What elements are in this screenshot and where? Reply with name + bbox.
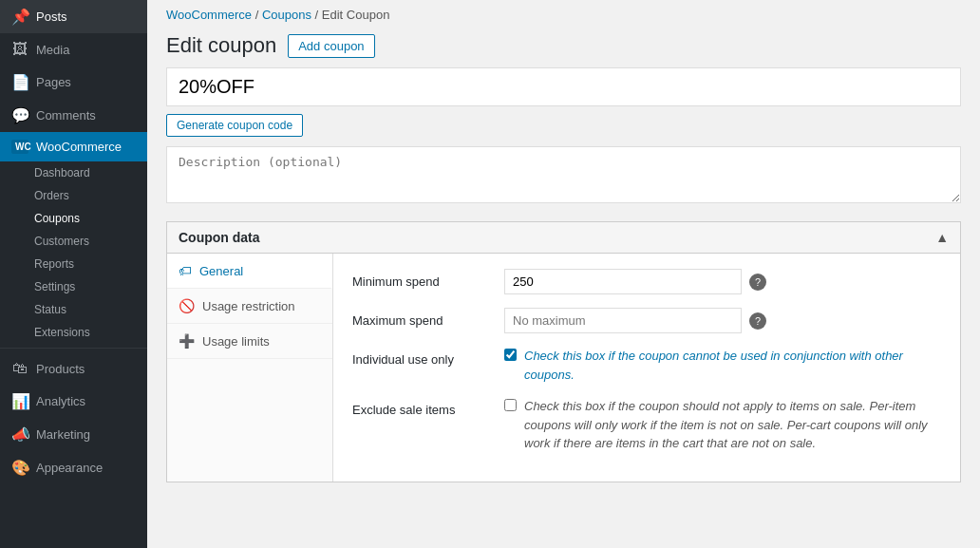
sidebar-sub-dashboard[interactable]: Dashboard bbox=[0, 161, 147, 184]
woocommerce-icon: WC bbox=[11, 140, 28, 154]
sidebar-item-label: Marketing bbox=[36, 427, 90, 442]
sidebar-sub-orders[interactable]: Orders bbox=[0, 184, 147, 207]
sidebar-item-appearance[interactable]: 🎨 Appearance bbox=[0, 451, 147, 484]
coupon-data-section: Coupon data ▲ 🏷 General 🚫 Usage restrict… bbox=[166, 221, 961, 482]
sidebar-item-label: Products bbox=[36, 362, 85, 376]
exclude-sale-control: Check this box if the coupon should not … bbox=[504, 397, 941, 453]
analytics-icon: 📊 bbox=[11, 392, 28, 410]
appearance-icon: 🎨 bbox=[11, 459, 28, 477]
tab-usage-restriction[interactable]: 🚫 Usage restriction bbox=[167, 289, 332, 324]
tab-general[interactable]: 🏷 General bbox=[167, 254, 332, 289]
individual-use-checkbox-row: Check this box if the coupon cannot be u… bbox=[504, 347, 941, 384]
individual-use-checkbox[interactable] bbox=[504, 349, 517, 361]
field-row-exclude-sale: Exclude sale items Check this box if the… bbox=[352, 397, 941, 453]
sidebar-item-analytics[interactable]: 📊 Analytics bbox=[0, 385, 147, 418]
minimum-spend-input[interactable] bbox=[504, 269, 742, 294]
coupon-tabs: 🏷 General 🚫 Usage restriction ➕ Usage li… bbox=[167, 254, 333, 482]
sidebar-sub-coupons[interactable]: Coupons bbox=[0, 207, 147, 230]
breadcrumb-current: Edit Coupon bbox=[322, 8, 390, 22]
coupon-data-title: Coupon data bbox=[179, 230, 260, 245]
general-tab-icon: 🏷 bbox=[179, 263, 192, 278]
usage-limits-tab-icon: ➕ bbox=[179, 333, 195, 349]
products-icon: 🛍 bbox=[11, 360, 28, 377]
minimum-spend-label: Minimum spend bbox=[352, 269, 504, 289]
sidebar-item-posts[interactable]: 📌 Posts bbox=[0, 0, 147, 33]
media-icon: 🖼 bbox=[11, 41, 28, 58]
maximum-spend-input[interactable] bbox=[504, 308, 742, 333]
sidebar-item-media[interactable]: 🖼 Media bbox=[0, 33, 147, 66]
pages-icon: 📄 bbox=[11, 73, 28, 91]
collapse-arrow-icon: ▲ bbox=[935, 230, 949, 245]
tab-usage-limits-label: Usage limits bbox=[202, 334, 270, 349]
exclude-sale-checkbox-row: Check this box if the coupon should not … bbox=[504, 397, 941, 453]
tab-usage-restriction-label: Usage restriction bbox=[202, 299, 295, 313]
tab-general-label: General bbox=[199, 264, 243, 278]
tab-content-general: Minimum spend ? Maximum spend ? bbox=[333, 254, 960, 482]
breadcrumb-coupons-link[interactable]: Coupons bbox=[262, 8, 311, 22]
add-coupon-button[interactable]: Add coupon bbox=[288, 34, 374, 58]
sidebar-item-woocommerce[interactable]: WC WooCommerce bbox=[0, 132, 147, 161]
sidebar-sub-extensions[interactable]: Extensions bbox=[0, 321, 147, 344]
field-row-individual-use: Individual use only Check this box if th… bbox=[352, 347, 941, 384]
sidebar-item-label: Comments bbox=[36, 108, 96, 123]
sidebar-sub-customers[interactable]: Customers bbox=[0, 230, 147, 253]
individual-use-control: Check this box if the coupon cannot be u… bbox=[504, 347, 941, 384]
generate-coupon-button[interactable]: Generate coupon code bbox=[166, 114, 303, 137]
breadcrumb: WooCommerce / Coupons / Edit Coupon bbox=[147, 0, 980, 29]
sidebar-sub-status[interactable]: Status bbox=[0, 298, 147, 321]
coupon-data-body: 🏷 General 🚫 Usage restriction ➕ Usage li… bbox=[167, 254, 960, 482]
sidebar-sub-settings[interactable]: Settings bbox=[0, 275, 147, 298]
description-textarea[interactable] bbox=[166, 146, 961, 203]
minimum-spend-control: ? bbox=[504, 269, 941, 294]
sidebar-item-label: WooCommerce bbox=[36, 140, 122, 154]
sidebar: 📌 Posts 🖼 Media 📄 Pages 💬 Comments WC Wo… bbox=[0, 0, 147, 548]
individual-use-label: Individual use only bbox=[352, 347, 504, 367]
sidebar-item-label: Posts bbox=[36, 9, 67, 24]
exclude-sale-checkbox[interactable] bbox=[504, 399, 517, 411]
main-content: WooCommerce / Coupons / Edit Coupon Edit… bbox=[147, 0, 980, 548]
sidebar-item-label: Analytics bbox=[36, 394, 85, 408]
tab-usage-limits[interactable]: ➕ Usage limits bbox=[167, 324, 332, 359]
field-row-maximum-spend: Maximum spend ? bbox=[352, 308, 941, 333]
exclude-sale-description: Check this box if the coupon should not … bbox=[524, 397, 941, 453]
minimum-spend-help-icon[interactable]: ? bbox=[749, 274, 766, 291]
individual-use-description: Check this box if the coupon cannot be u… bbox=[524, 347, 941, 384]
sidebar-item-label: Pages bbox=[36, 75, 71, 89]
sidebar-item-products[interactable]: 🛍 Products bbox=[0, 352, 147, 385]
coupon-code-input[interactable] bbox=[166, 67, 961, 106]
maximum-spend-control: ? bbox=[504, 308, 941, 333]
page-header: Edit coupon Add coupon bbox=[147, 29, 980, 67]
maximum-spend-label: Maximum spend bbox=[352, 308, 504, 328]
posts-icon: 📌 bbox=[11, 8, 28, 26]
sidebar-divider bbox=[0, 348, 147, 349]
breadcrumb-woocommerce-link[interactable]: WooCommerce bbox=[166, 8, 252, 22]
maximum-spend-help-icon[interactable]: ? bbox=[749, 312, 766, 330]
sidebar-item-pages[interactable]: 📄 Pages bbox=[0, 66, 147, 99]
usage-restriction-tab-icon: 🚫 bbox=[179, 298, 195, 313]
content-area: Generate coupon code Coupon data ▲ 🏷 Gen… bbox=[147, 67, 980, 548]
comments-icon: 💬 bbox=[11, 106, 28, 124]
page-title: Edit coupon bbox=[166, 33, 276, 58]
sidebar-item-comments[interactable]: 💬 Comments bbox=[0, 99, 147, 132]
sidebar-item-label: Media bbox=[36, 43, 69, 57]
sidebar-sub-reports[interactable]: Reports bbox=[0, 253, 147, 275]
field-row-minimum-spend: Minimum spend ? bbox=[352, 269, 941, 294]
marketing-icon: 📣 bbox=[11, 425, 28, 444]
exclude-sale-label: Exclude sale items bbox=[352, 397, 504, 417]
coupon-data-header[interactable]: Coupon data ▲ bbox=[167, 222, 960, 254]
sidebar-item-marketing[interactable]: 📣 Marketing bbox=[0, 418, 147, 451]
sidebar-item-label: Appearance bbox=[36, 461, 103, 475]
